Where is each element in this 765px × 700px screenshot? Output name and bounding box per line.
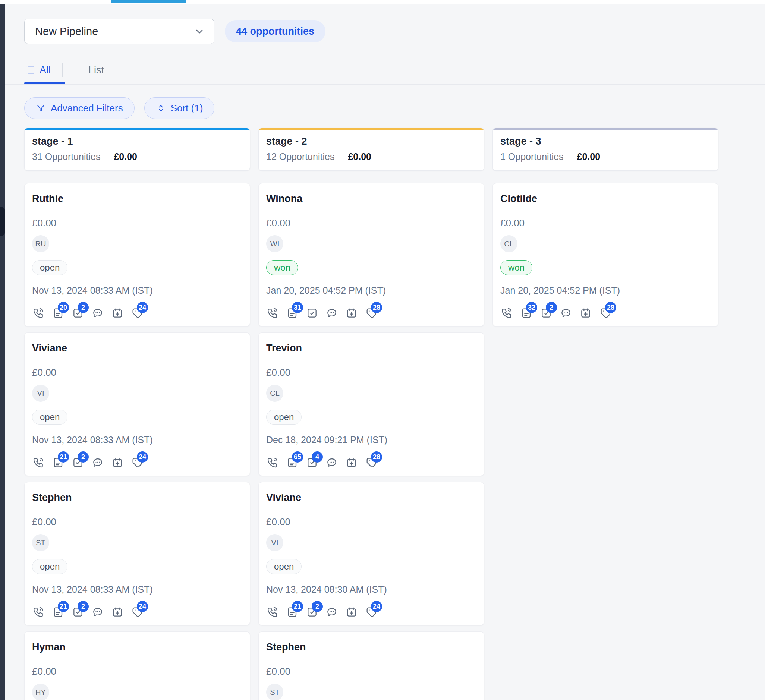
stage-column: stage - 2 12 Opportunities £0.00 Winona … <box>258 128 484 700</box>
opportunity-value: £0.00 <box>32 367 241 378</box>
notes-count-badge: 32 <box>526 302 537 313</box>
pipeline-board-page: New Pipeline 44 opportunities All List <box>5 4 765 700</box>
notes-icon[interactable]: 21 <box>286 606 299 618</box>
phone-icon[interactable] <box>32 456 45 469</box>
calendar-plus-icon[interactable] <box>111 307 124 319</box>
card-action-icons: 32 2 28 <box>500 307 709 319</box>
stage-opportunity-count: 1 Opportunities <box>500 151 564 162</box>
calendar-plus-icon[interactable] <box>111 606 124 618</box>
tag-icon[interactable]: 28 <box>365 456 378 469</box>
opportunity-card[interactable]: Winona £0.00 WI won Jan 20, 2025 04:52 P… <box>258 183 484 327</box>
calendar-plus-icon[interactable] <box>111 456 124 469</box>
contact-avatar: RU <box>32 235 49 252</box>
status-badge: won <box>266 260 298 275</box>
pipeline-select[interactable]: New Pipeline <box>24 19 214 44</box>
chat-icon[interactable] <box>91 307 104 319</box>
tasks-icon[interactable]: 2 <box>72 606 84 618</box>
tasks-icon[interactable] <box>306 307 318 319</box>
contact-avatar: ST <box>266 684 283 700</box>
stage-opportunity-count: 12 Opportunities <box>266 151 334 162</box>
phone-icon[interactable] <box>266 606 279 618</box>
tasks-icon[interactable]: 2 <box>72 456 84 469</box>
stage-column: stage - 1 31 Opportunities £0.00 Ruthie … <box>24 128 250 700</box>
tag-icon[interactable]: 24 <box>131 606 143 618</box>
notes-icon[interactable]: 21 <box>52 456 65 469</box>
opportunity-card[interactable]: Viviane £0.00 VI open Nov 13, 2024 08:30… <box>258 482 484 626</box>
opportunity-name: Stephen <box>32 491 241 504</box>
contact-avatar: VI <box>32 385 49 402</box>
notes-count-badge: 65 <box>292 451 303 462</box>
opportunity-date: Nov 13, 2024 08:33 AM (IST) <box>32 434 241 445</box>
opportunities-count-badge: 44 opportunities <box>225 20 326 42</box>
phone-icon[interactable] <box>266 456 279 469</box>
opportunity-card[interactable]: Viviane £0.00 VI open Nov 13, 2024 08:33… <box>24 332 250 476</box>
opportunity-card[interactable]: Ruthie £0.00 RU open Nov 13, 2024 08:33 … <box>24 183 250 327</box>
opportunity-date: Nov 13, 2024 08:30 AM (IST) <box>266 584 475 595</box>
notes-icon[interactable]: 32 <box>520 307 533 319</box>
card-action-icons: 65 4 28 <box>266 456 475 469</box>
notes-count-badge: 21 <box>58 601 69 612</box>
chat-icon[interactable] <box>326 606 338 618</box>
status-badge: won <box>500 260 532 275</box>
notes-icon[interactable]: 20 <box>52 307 65 319</box>
tasks-icon[interactable]: 2 <box>540 307 552 319</box>
notes-count-badge: 21 <box>58 451 69 462</box>
opportunity-value: £0.00 <box>500 217 709 228</box>
stage-header: stage - 2 12 Opportunities £0.00 <box>258 128 484 171</box>
tab-divider <box>62 63 63 77</box>
tasks-icon[interactable]: 4 <box>306 456 318 469</box>
tag-icon[interactable]: 24 <box>131 307 143 319</box>
status-badge: open <box>32 260 68 275</box>
stage-name: stage - 2 <box>266 136 476 147</box>
opportunity-date: Nov 13, 2024 08:33 AM (IST) <box>32 285 241 296</box>
phone-icon[interactable] <box>266 307 279 319</box>
tag-icon[interactable]: 28 <box>599 307 612 319</box>
phone-icon[interactable] <box>32 606 45 618</box>
tag-icon[interactable]: 24 <box>365 606 378 618</box>
sidebar-scrollbar-thumb[interactable] <box>0 207 5 236</box>
opportunity-name: Viviane <box>32 342 241 354</box>
tasks-count-badge: 4 <box>312 451 323 462</box>
chat-icon[interactable] <box>560 307 572 319</box>
top-tab-indicator <box>111 0 186 3</box>
contact-avatar: HY <box>32 684 49 700</box>
opportunity-card[interactable]: Stephen £0.00 ST <box>258 631 484 700</box>
opportunity-card[interactable]: Hyman £0.00 HY <box>24 631 250 700</box>
chat-icon[interactable] <box>91 456 104 469</box>
calendar-plus-icon[interactable] <box>345 307 358 319</box>
phone-icon[interactable] <box>500 307 513 319</box>
opportunity-card[interactable]: Stephen £0.00 ST open Nov 13, 2024 08:33… <box>24 482 250 626</box>
tag-icon[interactable]: 28 <box>365 307 378 319</box>
calendar-plus-icon[interactable] <box>345 606 358 618</box>
chat-icon[interactable] <box>326 307 338 319</box>
card-action-icons: 20 2 24 <box>32 307 241 319</box>
tasks-icon[interactable]: 2 <box>306 606 318 618</box>
tag-icon[interactable]: 24 <box>131 456 143 469</box>
stage-total-value: £0.00 <box>577 151 601 162</box>
opportunity-value: £0.00 <box>266 367 475 378</box>
opportunity-card[interactable]: Clotilde £0.00 CL won Jan 20, 2025 04:52… <box>493 183 718 327</box>
stage-cards: Clotilde £0.00 CL won Jan 20, 2025 04:52… <box>493 183 718 327</box>
chat-icon[interactable] <box>326 456 338 469</box>
sort-button[interactable]: Sort (1) <box>144 97 215 119</box>
stage-name: stage - 1 <box>32 136 242 147</box>
tasks-icon[interactable]: 2 <box>72 307 84 319</box>
notes-icon[interactable]: 31 <box>286 307 299 319</box>
tasks-count-badge: 2 <box>77 451 89 462</box>
notes-icon[interactable]: 65 <box>286 456 299 469</box>
calendar-plus-icon[interactable] <box>345 456 358 469</box>
stage-header: stage - 3 1 Opportunities £0.00 <box>493 128 718 171</box>
tab-all[interactable]: All <box>24 64 51 76</box>
notes-icon[interactable]: 21 <box>52 606 65 618</box>
tabs-bottom-border <box>5 84 765 85</box>
add-list-tab[interactable]: List <box>74 64 104 76</box>
tasks-count-badge: 2 <box>77 302 89 313</box>
tag-count-badge: 24 <box>137 601 148 612</box>
chat-icon[interactable] <box>91 606 104 618</box>
opportunity-card[interactable]: Trevion £0.00 CL open Dec 18, 2024 09:21… <box>258 332 484 476</box>
phone-icon[interactable] <box>32 307 45 319</box>
opportunity-name: Stephen <box>266 641 475 653</box>
calendar-plus-icon[interactable] <box>579 307 592 319</box>
advanced-filters-button[interactable]: Advanced Filters <box>24 97 135 119</box>
tab-all-label: All <box>39 64 51 76</box>
